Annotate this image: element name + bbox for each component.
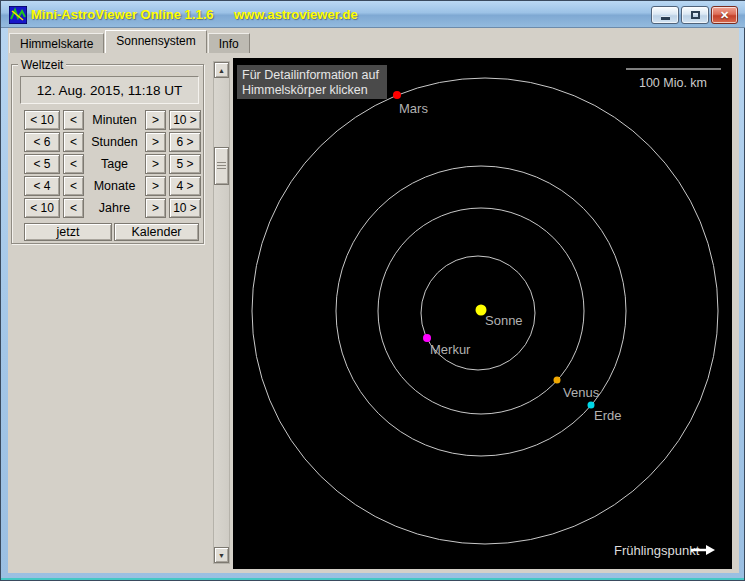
body-label-erde: Erde — [594, 408, 621, 423]
maximize-button[interactable] — [681, 6, 709, 24]
tab-info[interactable]: Info — [208, 33, 250, 53]
stunden-back-button[interactable]: < — [63, 132, 84, 152]
app-window: Mini-AstroViewer Online 1.1.6 www.astrov… — [0, 0, 745, 581]
weltzeit-group-label: Weltzeit — [18, 58, 66, 72]
jahre-back-large-button[interactable]: < 10 — [24, 198, 60, 218]
step-row-stunden: < 6<Stunden>6 > — [24, 132, 201, 152]
jahre-back-button[interactable]: < — [63, 198, 84, 218]
body-label-sonne: Sonne — [485, 313, 523, 328]
minuten-back-button[interactable]: < — [63, 110, 84, 130]
jetzt-button[interactable]: jetzt — [24, 223, 112, 241]
tab-sonnensystem[interactable]: Sonnensystem — [105, 30, 206, 53]
tab-bar: HimmelskarteSonnensystemInfo — [9, 30, 251, 53]
scroll-down-button[interactable]: ▼ — [214, 547, 229, 563]
vernal-point-label: Frühlingspunkt — [614, 543, 700, 558]
app-icon — [9, 6, 27, 24]
close-button[interactable]: ✕ — [711, 6, 738, 24]
minuten-forward-large-button[interactable]: 10 > — [169, 110, 201, 130]
body-label-mars: Mars — [399, 101, 428, 116]
stunden-forward-button[interactable]: > — [145, 132, 166, 152]
maximize-icon — [691, 11, 700, 19]
body-label-merkur: Merkur — [430, 342, 471, 357]
minuten-label: Minuten — [87, 110, 142, 130]
titlebar[interactable]: Mini-AstroViewer Online 1.1.6 www.astrov… — [1, 1, 745, 28]
thumb-grip-icon — [217, 162, 226, 170]
stunden-back-large-button[interactable]: < 6 — [24, 132, 60, 152]
monate-label: Monate — [87, 176, 142, 196]
close-icon: ✕ — [720, 9, 729, 22]
step-row-monate: < 4<Monate>4 > — [24, 176, 201, 196]
minuten-back-large-button[interactable]: < 10 — [24, 110, 60, 130]
body-merkur[interactable] — [423, 334, 431, 342]
body-label-venus: Venus — [563, 385, 600, 400]
hint-text-line1: Für Detailinformation auf — [242, 68, 379, 82]
tage-back-button[interactable]: < — [63, 154, 84, 174]
hint-text-line2: Himmelskörper klicken — [242, 83, 368, 97]
kalender-button[interactable]: Kalender — [114, 223, 199, 241]
minimize-button[interactable] — [651, 6, 679, 24]
window-subtitle: www.astroviewer.de — [234, 1, 358, 28]
monate-forward-button[interactable]: > — [145, 176, 166, 196]
jahre-label: Jahre — [87, 198, 142, 218]
tab-himmelskarte[interactable]: Himmelskarte — [9, 33, 104, 53]
step-row-minuten: < 10<Minuten>10 > — [24, 110, 201, 130]
monate-back-large-button[interactable]: < 4 — [24, 176, 60, 196]
body-mars[interactable] — [393, 91, 401, 99]
solar-system-view: SonneMerkurVenusErdeMarsFür Detailinform… — [233, 58, 732, 569]
monate-forward-large-button[interactable]: 4 > — [169, 176, 201, 196]
scale-bar-label: 100 Mio. km — [639, 76, 707, 90]
scrollbar-thumb[interactable] — [214, 147, 229, 185]
jahre-forward-large-button[interactable]: 10 > — [169, 198, 201, 218]
tage-back-large-button[interactable]: < 5 — [24, 154, 60, 174]
window-title: Mini-AstroViewer Online 1.1.6 — [31, 1, 214, 28]
monate-back-button[interactable]: < — [63, 176, 84, 196]
step-row-jahre: < 10<Jahre>10 > — [24, 198, 201, 218]
time-step-grid: < 10<Minuten>10 >< 6<Stunden>6 >< 5<Tage… — [24, 110, 201, 218]
scroll-up-button[interactable]: ▲ — [214, 62, 229, 78]
minimize-icon — [661, 17, 670, 20]
client-area: HimmelskarteSonnensystemInfo Weltzeit 12… — [8, 28, 739, 573]
stunden-label: Stunden — [87, 132, 142, 152]
jahre-forward-button[interactable]: > — [145, 198, 166, 218]
tage-label: Tage — [87, 154, 142, 174]
weltzeit-group: Weltzeit 12. Aug. 2015, 11:18 UT < 10<Mi… — [11, 64, 204, 244]
body-venus[interactable] — [554, 377, 561, 384]
vertical-scrollbar[interactable]: ▲ ▼ — [213, 61, 230, 564]
tage-forward-button[interactable]: > — [145, 154, 166, 174]
minuten-forward-button[interactable]: > — [145, 110, 166, 130]
quick-buttons: jetzt Kalender — [24, 223, 199, 241]
datetime-display: 12. Aug. 2015, 11:18 UT — [20, 76, 199, 104]
stunden-forward-large-button[interactable]: 6 > — [169, 132, 201, 152]
step-row-tage: < 5<Tage>5 > — [24, 154, 201, 174]
tage-forward-large-button[interactable]: 5 > — [169, 154, 201, 174]
